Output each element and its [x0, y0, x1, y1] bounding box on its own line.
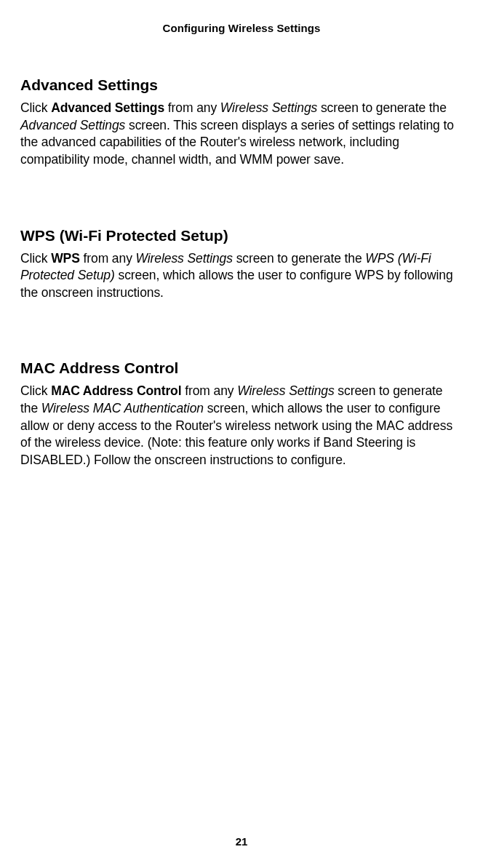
text-run: screen to generate the: [317, 100, 447, 115]
text-run: Click: [20, 251, 51, 266]
section-heading-wps: WPS (Wi-Fi Protected Setup): [20, 227, 463, 244]
section-body-wps: Click WPS from any Wireless Settings scr…: [20, 250, 463, 302]
page-header: Configuring Wireless Settings: [20, 22, 463, 34]
document-page: Configuring Wireless Settings Advanced S…: [0, 0, 483, 868]
text-run: from any: [80, 251, 136, 266]
text-run: from any: [164, 100, 220, 115]
text-italic: Wireless Settings: [237, 383, 334, 398]
section-heading-advanced-settings: Advanced Settings: [20, 76, 463, 94]
text-italic: Wireless Settings: [136, 251, 233, 266]
text-bold: WPS: [51, 251, 80, 266]
text-run: from any: [181, 383, 237, 398]
section-body-mac-address-control: Click MAC Address Control from any Wirel…: [20, 383, 463, 469]
text-run: Click: [20, 100, 51, 115]
text-run: Click: [20, 383, 51, 398]
text-italic: Wireless MAC Authentication: [41, 401, 204, 415]
text-run: screen to generate the: [233, 251, 365, 266]
section-body-advanced-settings: Click Advanced Settings from any Wireles…: [20, 100, 463, 169]
text-bold: Advanced Settings: [51, 100, 164, 115]
text-italic: Advanced Settings: [20, 118, 125, 132]
page-number: 21: [0, 835, 483, 848]
section-heading-mac-address-control: MAC Address Control: [20, 359, 463, 377]
text-italic: Wireless Settings: [220, 100, 317, 115]
text-bold: MAC Address Control: [51, 383, 181, 398]
